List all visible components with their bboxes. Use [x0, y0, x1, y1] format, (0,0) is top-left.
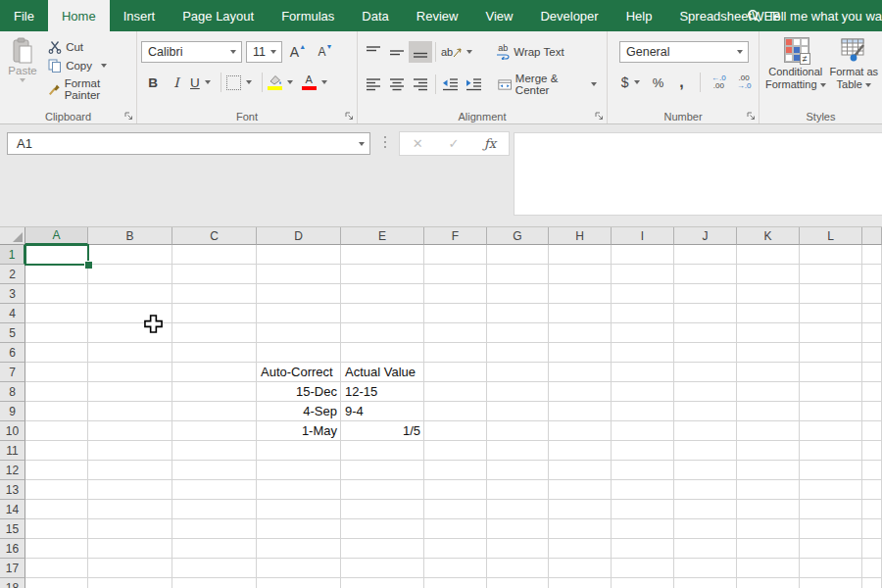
conditional-formatting-button[interactable]: ≠ Conditional Formatting [765, 37, 826, 91]
cell-G8[interactable] [487, 382, 549, 402]
formula-bar-drag-handle[interactable] [384, 136, 386, 148]
accounting-format-button[interactable]: $ [619, 72, 647, 93]
cell-D5[interactable] [257, 323, 341, 343]
cell-L2[interactable] [800, 265, 862, 284]
cell-L13[interactable] [800, 480, 862, 500]
percent-style-button[interactable]: % [647, 72, 670, 93]
cell-H17[interactable] [549, 559, 612, 578]
cell-D4[interactable] [257, 304, 341, 323]
cell-I4[interactable] [612, 304, 674, 323]
cell-H9[interactable] [549, 402, 612, 421]
row-header-13[interactable]: 13 [0, 480, 25, 500]
name-box[interactable]: A1 [7, 132, 370, 155]
cell-K7[interactable] [737, 363, 800, 382]
cell-B2[interactable] [88, 265, 172, 284]
cell-C13[interactable] [172, 480, 257, 500]
cell-E13[interactable] [341, 480, 424, 500]
cell-M6[interactable] [862, 343, 882, 363]
column-header-L[interactable]: L [800, 227, 862, 245]
cell-L9[interactable] [800, 402, 862, 421]
cell-I8[interactable] [612, 382, 674, 402]
cancel-button[interactable]: ✕ [413, 136, 423, 151]
cell-D2[interactable] [257, 265, 341, 284]
cell-C5[interactable] [172, 323, 257, 343]
cell-L10[interactable] [800, 421, 862, 441]
cell-G10[interactable] [487, 421, 549, 441]
cell-J7[interactable] [674, 363, 737, 382]
cell-M17[interactable] [862, 559, 882, 578]
cell-L1[interactable] [800, 245, 862, 265]
cell-F4[interactable] [424, 304, 487, 323]
cell-I16[interactable] [612, 539, 674, 559]
cell-F14[interactable] [424, 500, 487, 519]
cell-K13[interactable] [737, 480, 800, 500]
insert-function-button[interactable]: ƒx [484, 136, 496, 151]
cell-C4[interactable] [172, 304, 257, 323]
cell-K12[interactable] [737, 461, 800, 480]
row-header-2[interactable]: 2 [0, 265, 25, 284]
number-format-select[interactable]: General [619, 41, 749, 63]
cell-I13[interactable] [612, 480, 674, 500]
cell-M5[interactable] [862, 323, 882, 343]
cell-D14[interactable] [257, 500, 341, 519]
cell-C7[interactable] [172, 363, 257, 382]
cell-I1[interactable] [612, 245, 674, 265]
font-size-select[interactable]: 11 [246, 41, 282, 63]
cell-A6[interactable] [25, 343, 88, 363]
cell-F12[interactable] [424, 461, 487, 480]
increase-indent-button[interactable] [463, 74, 486, 95]
tab-review[interactable]: Review [403, 0, 472, 31]
cell-C18[interactable] [172, 578, 257, 588]
cell-K9[interactable] [737, 402, 800, 421]
increase-decimal-button[interactable]: ←.0.00 [707, 72, 732, 93]
cell-B15[interactable] [88, 519, 172, 539]
row-header-18[interactable]: 18 [0, 578, 25, 588]
cell-G5[interactable] [487, 323, 549, 343]
font-family-select[interactable]: Calibri [141, 41, 242, 63]
cell-G4[interactable] [487, 304, 549, 323]
cell-B18[interactable] [88, 578, 172, 588]
cell-E5[interactable] [341, 323, 424, 343]
cell-J5[interactable] [674, 323, 737, 343]
cell-I17[interactable] [612, 559, 674, 578]
cell-F10[interactable] [424, 421, 487, 441]
cell-F16[interactable] [424, 539, 487, 559]
format-as-table-button[interactable]: Format as Table [830, 37, 879, 91]
cell-F9[interactable] [424, 402, 487, 421]
column-header-I[interactable]: I [612, 227, 674, 245]
cell-C3[interactable] [172, 284, 257, 304]
row-header-16[interactable]: 16 [0, 539, 25, 559]
cell-L8[interactable] [800, 382, 862, 402]
row-header-5[interactable]: 5 [0, 323, 25, 343]
cell-F18[interactable] [424, 578, 487, 588]
cell-A18[interactable] [25, 578, 88, 588]
cell-B7[interactable] [88, 363, 172, 382]
cell-H12[interactable] [549, 461, 612, 480]
cell-K18[interactable] [737, 578, 800, 588]
cell-M10[interactable] [862, 421, 882, 441]
cell-B9[interactable] [88, 402, 172, 421]
cell-F15[interactable] [424, 519, 487, 539]
column-header-A[interactable]: A [25, 227, 88, 245]
fill-handle[interactable] [84, 261, 92, 269]
cell-K4[interactable] [737, 304, 800, 323]
cell-C17[interactable] [172, 559, 257, 578]
tab-home[interactable]: Home [48, 0, 110, 31]
cell-G14[interactable] [487, 500, 549, 519]
cell-M3[interactable] [862, 284, 882, 304]
tab-insert[interactable]: Insert [110, 0, 170, 31]
cell-B1[interactable] [88, 245, 172, 265]
cell-K14[interactable] [737, 500, 800, 519]
column-header-partial[interactable] [862, 227, 882, 245]
cell-B13[interactable] [88, 480, 172, 500]
cell-M2[interactable] [862, 265, 882, 284]
cell-F6[interactable] [424, 343, 487, 363]
tab-developer[interactable]: Developer [526, 0, 612, 31]
cell-H1[interactable] [549, 245, 612, 265]
tab-data[interactable]: Data [348, 0, 402, 31]
cell-D13[interactable] [257, 480, 341, 500]
row-header-14[interactable]: 14 [0, 500, 25, 519]
cell-B3[interactable] [88, 284, 172, 304]
cell-M12[interactable] [862, 461, 882, 480]
cell-M11[interactable] [862, 441, 882, 461]
